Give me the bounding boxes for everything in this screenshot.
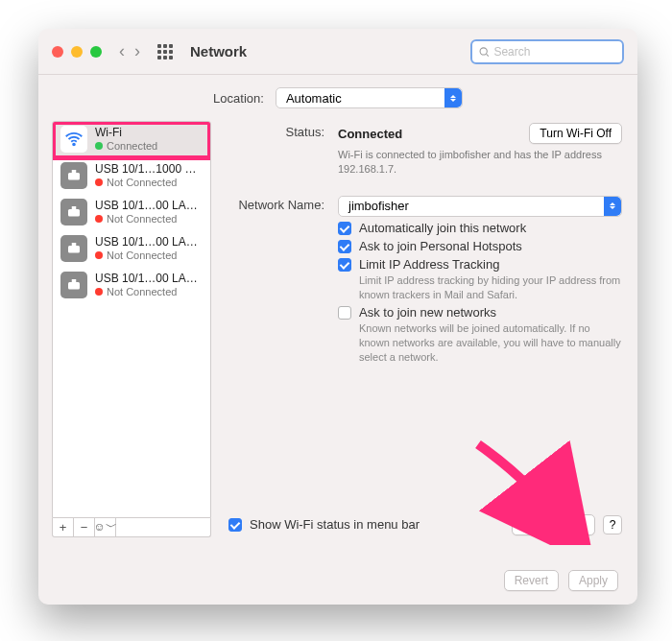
sidebar-item-usb-lan-3[interactable]: USB 10/1…00 LAN 3 Not Connected [53,231,210,268]
checkbox-icon[interactable] [338,222,351,235]
interfaces-sidebar: Wi-Fi Connected USB 10/1…1000 LAN Not Co… [52,121,211,537]
show-all-icon[interactable] [157,44,173,59]
svg-rect-9 [68,282,80,290]
interface-name: USB 10/1…00 LAN 3 [95,236,203,249]
show-menubar-option[interactable]: Show Wi-Fi status in menu bar [228,517,420,532]
ethernet-icon [60,162,87,189]
svg-rect-10 [72,279,77,282]
ask-new-networks-option[interactable]: Ask to join new networks [338,305,496,320]
status-dot-icon [95,288,103,296]
svg-rect-3 [68,173,80,180]
svg-line-1 [487,54,489,56]
checkbox-icon[interactable] [228,518,242,532]
footer-buttons: Revert Apply [504,570,618,591]
interface-name: USB 10/1…00 LAN 4 [95,273,203,286]
remove-interface-button[interactable]: − [74,518,95,536]
ask-new-networks-label: Ask to join new networks [359,305,496,320]
status-hint: Wi-Fi is connected to jimbofisher and ha… [338,148,622,177]
minimize-window-button[interactable] [71,46,83,58]
status-dot-icon [95,215,103,223]
window-controls [52,46,102,58]
window-title: Network [190,43,247,59]
interface-detail: Status: Connected Turn Wi-Fi Off Wi-Fi i… [211,121,624,537]
interface-status: Not Connected [107,177,177,189]
interface-status: Not Connected [107,213,177,226]
ethernet-icon [60,199,87,226]
ethernet-icon [60,235,87,262]
interfaces-list[interactable]: Wi-Fi Connected USB 10/1…1000 LAN Not Co… [52,121,211,518]
interface-name: USB 10/1…1000 LAN [95,163,203,177]
status-dot-icon [95,178,103,186]
checkbox-icon[interactable] [338,258,351,272]
svg-rect-6 [72,206,77,209]
network-name-value: jimbofisher [348,199,409,213]
network-name-label: Network Name: [228,196,324,212]
interface-name: USB 10/1…00 LAN 2 [95,200,203,213]
network-preferences-window: ‹ › Network Location: Automatic [38,29,637,605]
search-icon [478,45,490,59]
location-value: Automatic [286,91,342,106]
checkbox-icon[interactable] [338,306,351,320]
personal-hotspots-label: Ask to join Personal Hotspots [359,239,522,253]
limit-tracking-hint: Limit IP address tracking by hiding your… [359,273,622,302]
toolbar: ‹ › Network [38,29,637,75]
interface-name: Wi-Fi [95,127,157,140]
search-field[interactable] [470,39,624,64]
back-button[interactable]: ‹ [119,41,125,61]
svg-point-0 [480,47,487,54]
interface-status: Connected [107,140,157,153]
limit-tracking-option[interactable]: Limit IP Address Tracking [338,257,499,272]
status-dot-icon [95,142,103,150]
wifi-toggle-button[interactable]: Turn Wi-Fi Off [529,123,622,144]
more-actions-button[interactable]: ☺︎﹀ [95,518,116,536]
network-name-select[interactable]: jimbofisher [338,196,622,217]
personal-hotspots-option[interactable]: Ask to join Personal Hotspots [338,239,622,253]
sidebar-item-usb-lan-2[interactable]: USB 10/1…00 LAN 2 Not Connected [53,195,210,231]
chevron-updown-icon [604,197,621,216]
svg-rect-5 [68,209,80,217]
checkbox-icon[interactable] [338,240,351,253]
interfaces-list-toolbar: + − ☺︎﹀ [52,518,211,537]
search-input[interactable] [493,45,616,59]
svg-rect-7 [68,246,80,253]
add-interface-button[interactable]: + [53,518,74,536]
svg-rect-8 [72,243,77,246]
sidebar-item-usb-lan-4[interactable]: USB 10/1…00 LAN 4 Not Connected [53,268,210,304]
status-dot-icon [95,251,103,259]
location-select[interactable]: Automatic [276,87,463,108]
forward-button[interactable]: › [134,41,140,61]
apply-button[interactable]: Apply [568,570,618,591]
chevron-updown-icon [444,88,462,107]
svg-rect-4 [72,170,77,173]
close-window-button[interactable] [52,46,63,58]
ask-new-networks-hint: Known networks will be joined automatica… [359,321,622,365]
location-row: Location: Automatic [38,75,637,121]
revert-button[interactable]: Revert [504,570,559,591]
interface-status: Not Connected [107,249,177,262]
advanced-button[interactable]: Advanced… [512,514,595,535]
auto-join-label: Automatically join this network [359,221,526,235]
sidebar-item-wifi[interactable]: Wi-Fi Connected [53,122,210,158]
sidebar-item-usb-lan-1[interactable]: USB 10/1…1000 LAN Not Connected [53,158,210,195]
ethernet-icon [60,272,87,298]
status-value: Connected [338,127,402,141]
location-label: Location: [213,91,264,106]
show-menubar-label: Show Wi-Fi status in menu bar [250,517,420,532]
limit-tracking-label: Limit IP Address Tracking [359,257,499,272]
zoom-window-button[interactable] [90,46,102,58]
help-button[interactable]: ? [603,515,622,534]
wifi-icon [60,126,87,153]
auto-join-option[interactable]: Automatically join this network [338,221,622,235]
status-label: Status: [228,123,324,139]
interface-status: Not Connected [107,286,177,298]
svg-point-2 [73,144,75,146]
